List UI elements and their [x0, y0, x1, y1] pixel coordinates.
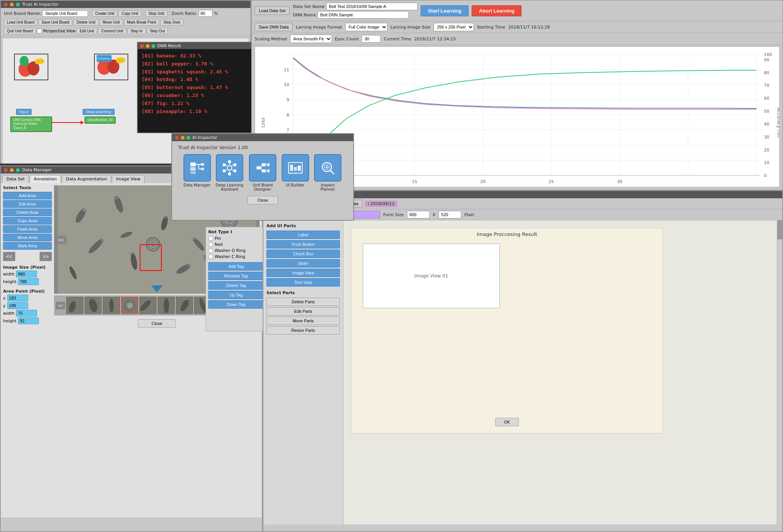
modal-close-button[interactable]: Close	[247, 196, 278, 204]
canvas-scrollbar[interactable]	[777, 220, 782, 524]
step-out-button[interactable]: Step Out	[147, 28, 168, 34]
washer-o-radio[interactable]	[208, 248, 213, 253]
stop-unit-button[interactable]: Stop Unit	[145, 10, 167, 17]
thumbnail-4-selected[interactable]	[121, 297, 138, 314]
dnn-result-max-dot[interactable]	[151, 44, 155, 48]
thumbnail-6[interactable]	[158, 297, 175, 314]
data-set-name-input[interactable]	[326, 3, 418, 10]
delete-parts-button[interactable]: Delete Parts	[266, 298, 340, 306]
tab-data-augmentation[interactable]: Data Augmentation	[62, 175, 111, 183]
move-area-button[interactable]: Move Area	[3, 234, 52, 241]
learning-image-size-select[interactable]: 256 x 256 Pixel	[434, 23, 474, 31]
image-view-part-button[interactable]: Image View	[266, 269, 340, 277]
thumbnail-5[interactable]	[139, 297, 156, 314]
load-unit-board-button[interactable]: Load Unit Board	[4, 19, 37, 25]
unit-board-name-input[interactable]	[42, 10, 88, 17]
zoom-input[interactable]	[199, 10, 212, 17]
learning-image-format-select[interactable]: Full Color Image	[345, 23, 388, 31]
thumbnail-7[interactable]	[176, 297, 193, 314]
resize-parts-button[interactable]: Resize Parts	[266, 326, 340, 334]
dm-max-dot[interactable]	[16, 168, 20, 172]
dm-prev-button[interactable]: <<	[3, 252, 15, 261]
maximize-dot[interactable]	[16, 3, 20, 6]
text-view-part-button[interactable]: Text View	[266, 278, 340, 287]
save-unit-board-button[interactable]: Save Unit Board	[38, 19, 72, 25]
edit-unit-button[interactable]: Edit Unit	[77, 28, 97, 34]
form-size-y-input[interactable]	[439, 211, 461, 218]
copy-area-button[interactable]: Copy Area	[3, 217, 52, 225]
tab-annotation[interactable]: Annotation	[30, 175, 61, 183]
move-unit-button[interactable]: Move Unit	[100, 19, 123, 25]
edit-area-button[interactable]: Edit Area	[3, 200, 52, 208]
save-dnn-data-button[interactable]: Save DNN Data	[255, 23, 293, 31]
move-parts-button[interactable]: Move Parts	[266, 317, 340, 325]
modal-icon-data-manager[interactable]: Data Manager	[183, 154, 211, 191]
mark-area-button[interactable]: Mark Area	[3, 242, 52, 250]
copy-unit-button[interactable]: Copy Unit	[118, 10, 141, 17]
image-width-input[interactable]	[16, 271, 37, 277]
data-manager-close-button[interactable]: Close	[138, 319, 176, 328]
modal-icon-ui-builder[interactable]: UI Builder	[282, 154, 309, 191]
thumb-prev-button[interactable]: <<	[56, 302, 65, 309]
push-button-part-button[interactable]: Push Button	[266, 240, 340, 248]
modal-close-dot[interactable]	[175, 136, 179, 140]
form-ok-button[interactable]: OK	[495, 418, 519, 426]
delete-unit-button[interactable]: Delete Unit	[73, 19, 98, 25]
start-learning-button[interactable]: Start Learning	[421, 5, 469, 16]
rename-tag-button[interactable]: Rename Tag	[208, 272, 264, 280]
load-data-set-button[interactable]: Load Data Set	[255, 6, 290, 15]
step-in-button[interactable]: Step In	[128, 28, 146, 34]
add-area-button[interactable]: Add Area	[3, 192, 52, 199]
nail-radio[interactable]	[208, 242, 213, 247]
result-item-7: [07] fig: 1.22 %	[142, 100, 250, 108]
svg-rect-108	[201, 163, 204, 166]
label-part-button[interactable]: Label	[266, 231, 340, 239]
modal-icon-deep-learning[interactable]: Deep Learning Assistant	[215, 154, 244, 191]
modal-max-dot[interactable]	[187, 136, 190, 140]
step-over-button[interactable]: Step Over	[160, 19, 183, 25]
check-box-part-button[interactable]: Check Box	[266, 250, 340, 258]
quit-unit-board-button[interactable]: Quit Unit Board	[4, 28, 36, 34]
delete-tag-button[interactable]: Delete Tag	[208, 281, 264, 290]
dm-min-dot[interactable]	[10, 168, 14, 172]
create-unit-button[interactable]: Create Unit	[92, 10, 118, 17]
dnn-result-min-dot[interactable]	[146, 44, 150, 48]
modal-icon-inspect-planner[interactable]: Inspect Planner	[314, 154, 342, 191]
area-y-input[interactable]	[7, 302, 28, 309]
image-prev-button[interactable]: <<	[55, 235, 67, 244]
modal-min-dot[interactable]	[181, 136, 185, 140]
slider-part-button[interactable]: Slider	[266, 259, 340, 268]
mark-break-point-button[interactable]: Mark Break Point	[124, 19, 159, 25]
down-tag-button[interactable]: Down Tag	[208, 300, 264, 309]
pin-radio[interactable]	[208, 236, 213, 241]
dm-next-button[interactable]: >>	[40, 252, 52, 261]
edit-parts-button[interactable]: Edit Parts	[266, 307, 340, 315]
minimize-dot[interactable]	[10, 3, 14, 6]
paste-area-button[interactable]: Paste Area	[3, 225, 52, 233]
tab-data-set[interactable]: Data Set	[2, 175, 29, 183]
tab-image-view[interactable]: Image View	[112, 175, 145, 183]
delete-area-button[interactable]: Delete Area	[3, 209, 52, 216]
thumbnail-1[interactable]	[66, 297, 83, 314]
abort-learning-button[interactable]: Abort Learning	[472, 5, 521, 16]
dnn-result-close-dot[interactable]	[140, 44, 144, 48]
area-height-input[interactable]	[18, 317, 39, 324]
connect-unit-button[interactable]: Connect Unit	[98, 28, 126, 34]
thumbnail-2[interactable]	[85, 297, 102, 314]
dm-close-dot[interactable]	[4, 168, 8, 172]
thumbnail-3[interactable]	[103, 297, 120, 314]
area-x-input[interactable]	[7, 295, 28, 301]
image-height-input[interactable]	[18, 278, 39, 285]
dnn-name-input[interactable]	[317, 11, 409, 19]
add-tag-button[interactable]: Add Tag	[208, 262, 264, 271]
modal-icon-unit-board[interactable]: Unit Board Designer	[249, 154, 277, 191]
canvas-scrollbar-thumb[interactable]	[777, 220, 782, 239]
scaling-method-select[interactable]: Area Smooth Fit	[290, 35, 332, 43]
area-width-input[interactable]	[16, 310, 37, 317]
close-dot[interactable]	[4, 3, 8, 6]
up-tag-button[interactable]: Up Tag	[208, 291, 264, 299]
washer-c-radio[interactable]	[208, 254, 213, 259]
perspective-checkbox[interactable]	[37, 29, 42, 33]
form-size-x-input[interactable]	[407, 211, 430, 218]
epoc-count-input[interactable]	[362, 35, 381, 43]
